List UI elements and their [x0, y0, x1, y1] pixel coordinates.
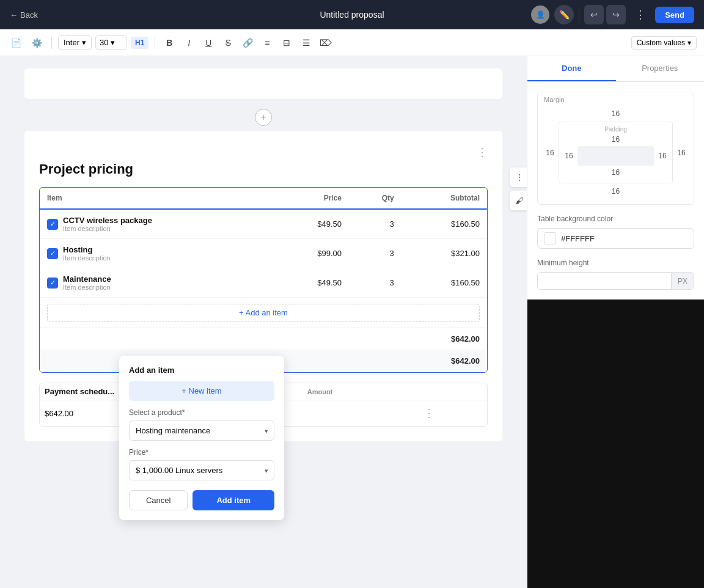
- dropdown-title: Add an item: [129, 366, 274, 375]
- font-size-select[interactable]: 30 ▾: [95, 35, 127, 50]
- collaborator-icon-btn[interactable]: ✏️: [554, 5, 574, 24]
- payment-col-amount-header: Amount: [302, 383, 419, 400]
- padding-left-value[interactable]: 16: [563, 152, 575, 160]
- table-row: Hosting Item description $99.00 3 $321.0…: [40, 239, 487, 268]
- item-2-name-cell: Hosting Item description: [40, 239, 273, 268]
- float-brush-button[interactable]: 🖌: [510, 191, 527, 210]
- pricing-table-wrapper: Item Price Qty Subtotal: [39, 187, 488, 373]
- item-2-checkbox[interactable]: [47, 248, 58, 259]
- toolbar-separator-1: [51, 37, 52, 49]
- add-item-submit-button[interactable]: Add item: [193, 490, 274, 510]
- item-3-checkbox-row: Maintenance Item description: [47, 274, 266, 291]
- product-select[interactable]: Hosting maintenance: [129, 421, 274, 441]
- new-item-button[interactable]: + New item: [129, 381, 274, 401]
- color-value: #FFFFFF: [561, 234, 595, 243]
- padding-right-value[interactable]: 16: [656, 152, 669, 160]
- item-2-subtotal: $321.00: [402, 239, 487, 268]
- min-height-label: Minimum height: [537, 259, 694, 267]
- float-tools: ⋮ 🖌: [510, 167, 527, 210]
- document-icon[interactable]: 📄: [7, 34, 24, 51]
- redo-button[interactable]: ↪: [606, 5, 626, 24]
- select-product-label: Select a product*: [129, 408, 274, 417]
- add-item-cell: + Add an item: [40, 298, 487, 328]
- bg-color-label: Table background color: [537, 215, 694, 223]
- underline-button[interactable]: U: [200, 35, 216, 51]
- font-family-value: Inter: [64, 38, 79, 47]
- align-right-button[interactable]: ⊟: [279, 35, 295, 51]
- margin-label: Margin: [544, 96, 565, 103]
- add-item-dropdown: Add an item + New item Select a product*…: [119, 356, 284, 520]
- font-size-value: 30: [100, 38, 108, 47]
- price-select[interactable]: $ 1,000.00 Linux servers: [129, 460, 274, 480]
- font-family-select[interactable]: Inter ▾: [58, 35, 92, 50]
- cancel-button[interactable]: Cancel: [129, 490, 188, 510]
- margin-padding-box: Margin 16 16 Padding 16 16 16 16 16: [537, 92, 694, 205]
- panel-tabs: Done Properties: [527, 56, 704, 82]
- margin-middle: 16 Padding 16 16 16 16 16: [544, 122, 688, 183]
- list-button[interactable]: ☰: [298, 35, 314, 51]
- payment-row-more-button[interactable]: ⋮: [424, 407, 435, 419]
- item-2-name: Hosting: [63, 245, 111, 254]
- font-size-chevron: ▾: [111, 38, 115, 47]
- min-height-input-wrapper: PX: [537, 272, 694, 290]
- more-options-button[interactable]: ⋮: [631, 5, 650, 24]
- toolbar-separator-2: [155, 37, 155, 49]
- margin-top-value[interactable]: 16: [544, 98, 688, 122]
- heading-badge[interactable]: H1: [131, 37, 148, 49]
- block-more-button[interactable]: ⋮: [477, 145, 488, 159]
- tab-done[interactable]: Done: [527, 56, 616, 81]
- total-value: $642.00: [402, 350, 487, 372]
- undo-button[interactable]: ↩: [584, 5, 604, 24]
- float-more-button[interactable]: ⋮: [510, 167, 527, 187]
- item-1-checkbox[interactable]: [47, 219, 58, 230]
- subtotal-value: $642.00: [402, 328, 487, 350]
- italic-button[interactable]: I: [181, 35, 197, 51]
- item-1-subtotal: $160.50: [402, 209, 487, 239]
- margin-right-value[interactable]: 16: [675, 149, 688, 157]
- subtotal-row: $642.00: [40, 328, 487, 350]
- clear-format-button[interactable]: ⌦: [318, 35, 334, 51]
- item-3-name-cell: Maintenance Item description: [40, 268, 273, 298]
- align-left-button[interactable]: ≡: [259, 35, 275, 51]
- min-height-unit: PX: [671, 273, 694, 289]
- custom-values-label: Custom values: [637, 39, 685, 47]
- item-1-name: CCTV wireless package: [63, 216, 152, 225]
- nav-right-actions: 👤 ✏️ ↩ ↪ ⋮ Send: [531, 5, 694, 24]
- link-button[interactable]: 🔗: [240, 35, 255, 51]
- back-button[interactable]: ← Back: [10, 10, 38, 20]
- send-button[interactable]: Send: [655, 7, 694, 23]
- panel-content: Margin 16 16 Padding 16 16 16 16 16: [527, 82, 704, 300]
- settings-icon[interactable]: ⚙️: [28, 34, 45, 51]
- add-block-section: +: [24, 109, 502, 126]
- col-subtotal: Subtotal: [402, 188, 487, 209]
- undo-redo-group: ↩ ↪: [584, 5, 626, 24]
- strikethrough-button[interactable]: S: [220, 35, 236, 51]
- custom-values-button[interactable]: Custom values ▾: [631, 36, 697, 50]
- main-layout: + ⋮ Project pricing Item Price Qty Subto…: [0, 56, 704, 588]
- pricing-table: Item Price Qty Subtotal: [40, 188, 487, 372]
- avatar: 👤: [531, 6, 549, 24]
- editor-area: + ⋮ Project pricing Item Price Qty Subto…: [0, 56, 527, 588]
- margin-bottom-value[interactable]: 16: [544, 183, 688, 198]
- item-2-price: $99.00: [273, 239, 349, 268]
- bg-color-input-row[interactable]: #FFFFFF: [537, 228, 694, 249]
- padding-top-value[interactable]: 16: [563, 133, 669, 146]
- padding-bottom-value[interactable]: 16: [563, 166, 669, 179]
- min-height-field[interactable]: [538, 273, 671, 289]
- margin-left-value[interactable]: 16: [544, 149, 556, 157]
- item-3-desc: Item description: [63, 284, 111, 291]
- black-panel-block: [527, 300, 704, 588]
- price-label: Price*: [129, 448, 274, 457]
- bold-button[interactable]: B: [161, 35, 177, 51]
- custom-values-chevron: ▾: [688, 39, 691, 47]
- page-title: Untitled proposal: [320, 10, 384, 20]
- add-item-button[interactable]: + Add an item: [47, 304, 480, 322]
- table-row: Maintenance Item description $49.50 3 $1…: [40, 268, 487, 298]
- item-3-checkbox[interactable]: [47, 277, 58, 288]
- price-select-wrapper: $ 1,000.00 Linux servers ▾: [129, 460, 274, 480]
- color-swatch: [544, 232, 556, 244]
- add-block-button[interactable]: +: [255, 109, 272, 126]
- item-2-checkbox-row: Hosting Item description: [47, 245, 266, 262]
- table-row: CCTV wireless package Item description $…: [40, 209, 487, 239]
- tab-properties[interactable]: Properties: [616, 56, 705, 81]
